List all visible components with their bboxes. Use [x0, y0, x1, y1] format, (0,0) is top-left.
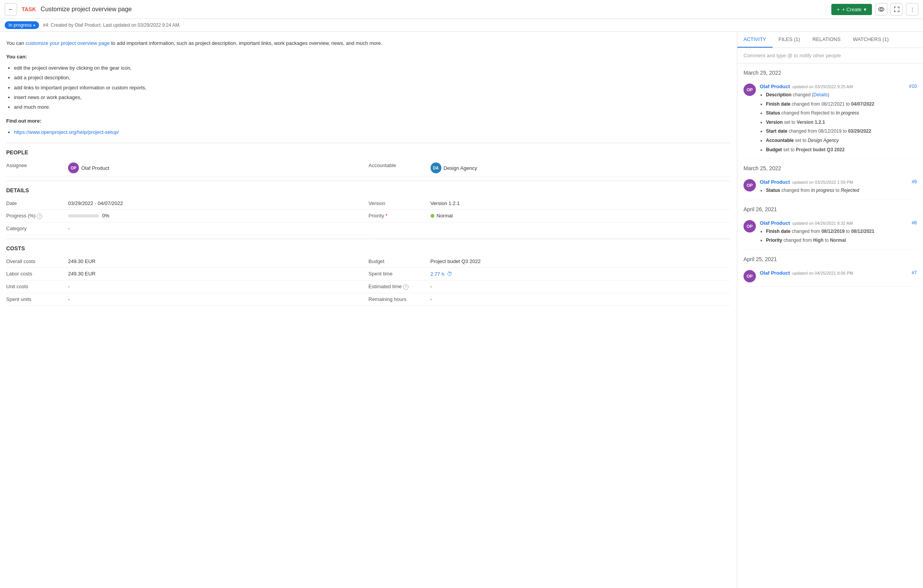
you-can-title: You can: — [6, 54, 731, 60]
remaining-hours-label: Remaining hours — [369, 296, 431, 302]
you-can-list: edit the project overview by clicking on… — [6, 63, 731, 112]
date-value: 03/29/2022 - 04/07/2022 — [68, 200, 123, 206]
labor-costs-value: 249.30 EUR — [68, 271, 96, 277]
activity-content: Olaf Product updated on 03/25/2022 1:59 … — [760, 179, 917, 196]
activity-number[interactable]: #10 — [909, 84, 917, 89]
activity-user[interactable]: Olaf Product — [760, 84, 790, 89]
activity-changes: Finish date changed from 08/12/2019 to 0… — [760, 227, 917, 245]
activity-feed: March 29, 2022 OP Olaf Product updated o… — [737, 63, 923, 588]
progress-info-icon[interactable]: ? — [37, 214, 42, 219]
create-arrow-icon: ▾ — [864, 7, 867, 12]
spent-time-field: Spent time 2.77 h ⏱ — [369, 268, 731, 280]
activity-number[interactable]: #9 — [912, 179, 917, 185]
activity-changes: Status changed from In progress to Rejec… — [760, 186, 917, 195]
activity-header: Olaf Product updated on 04/26/2021 8:32 … — [760, 220, 917, 226]
activity-avatar: OP — [744, 179, 756, 191]
create-button[interactable]: + + Create ▾ — [831, 4, 872, 15]
tab-files[interactable]: FILES (1) — [773, 32, 807, 48]
timer-icon[interactable]: ⏱ — [447, 271, 452, 277]
unit-costs-value: - — [68, 284, 70, 289]
activity-header: Olaf Product updated on 04/25/2021 8:06 … — [760, 270, 917, 276]
assignee-field: Assignee OP Olaf Product — [6, 159, 369, 177]
activity-time: updated on 03/25/2022 1:59 PM — [792, 180, 853, 185]
activity-content: Olaf Product updated on 03/29/2022 9:25 … — [760, 84, 917, 155]
accountable-name: Design Agency — [444, 165, 477, 171]
plus-icon: + — [837, 7, 840, 12]
status-badge[interactable]: In progress ▾ — [5, 21, 39, 29]
activity-user[interactable]: Olaf Product — [760, 270, 790, 276]
category-label: Category — [6, 226, 68, 231]
overview-link[interactable]: customize your project overview page — [26, 40, 110, 46]
date-field: Date 03/29/2022 - 04/07/2022 — [6, 197, 369, 210]
tab-relations[interactable]: RELATIONS — [806, 32, 847, 48]
version-label: Version — [369, 200, 431, 206]
spent-time-value: 2.77 h ⏱ — [431, 271, 452, 277]
activity-time: updated on 04/25/2021 8:06 PM — [792, 271, 853, 275]
tab-watchers[interactable]: WATCHERS (1) — [847, 32, 895, 48]
activity-time: updated on 03/29/2022 9:25 AM — [792, 84, 853, 89]
find-out-section: Find out more: https://www.openproject.o… — [6, 118, 731, 137]
activity-item: OP Olaf Product updated on 04/26/2021 8:… — [744, 216, 917, 250]
task-title: Customize project overview page — [41, 6, 132, 13]
header-actions: + + Create ▾ ⋮ — [831, 3, 918, 15]
accountable-field: Accountable DA Design Agency — [369, 159, 731, 177]
version-field: Version Version 1.2.1 — [369, 197, 731, 210]
list-item: and much more. — [14, 103, 731, 111]
description-intro: You can customize your project overview … — [6, 39, 731, 48]
estimated-time-value: - — [431, 284, 432, 289]
tab-activity[interactable]: ACTIVITY — [737, 32, 773, 48]
priority-label: Priority * — [369, 213, 431, 219]
fullscreen-button[interactable] — [891, 3, 903, 15]
eye-icon — [878, 6, 884, 12]
list-item: edit the project overview by clicking on… — [14, 63, 731, 72]
budget-value: Project budet Q3 2022 — [431, 258, 481, 264]
right-panel: ACTIVITY FILES (1) RELATIONS WATCHERS (1… — [737, 32, 923, 588]
progress-field: Progress (%) ? 0% — [6, 210, 369, 222]
back-button[interactable]: ← — [5, 3, 17, 15]
more-button[interactable]: ⋮ — [906, 3, 918, 15]
activity-number[interactable]: #8 — [912, 220, 917, 226]
activity-header: Olaf Product updated on 03/29/2022 9:25 … — [760, 84, 917, 89]
priority-name: Normal — [437, 213, 453, 219]
spent-units-field: Spent units - — [6, 293, 369, 306]
fullscreen-icon — [894, 7, 899, 12]
costs-grid: Overall costs 249.30 EUR Budget Project … — [6, 255, 731, 306]
priority-field: Priority * Normal — [369, 210, 731, 222]
overall-costs-value: 249.30 EUR — [68, 258, 96, 264]
activity-number[interactable]: #7 — [912, 270, 917, 275]
spent-time-label: Spent time — [369, 271, 431, 277]
estimated-time-info-icon[interactable]: ? — [403, 284, 409, 290]
list-item: insert news or work packages, — [14, 93, 731, 102]
activity-user[interactable]: Olaf Product — [760, 179, 790, 185]
help-link[interactable]: https://www.openproject.org/help/project… — [14, 129, 119, 135]
category-field: Category - — [6, 222, 369, 235]
sub-header: In progress ▾ #4: Created by Olaf Produc… — [0, 19, 923, 32]
accountable-label: Accountable — [369, 162, 431, 168]
svg-point-0 — [880, 8, 882, 10]
unit-costs-label: Unit costs — [6, 284, 68, 289]
unit-costs-field: Unit costs - — [6, 280, 369, 293]
status-arrow-icon: ▾ — [33, 23, 35, 27]
list-item: https://www.openproject.org/help/project… — [14, 128, 731, 137]
activity-changes: Description changed (Details) Finish dat… — [760, 91, 917, 154]
activity-user[interactable]: Olaf Product — [760, 220, 790, 226]
priority-value: Normal — [431, 213, 453, 219]
comment-input[interactable]: Comment and type @ to notify other peopl… — [737, 48, 923, 63]
left-panel: You can customize your project overview … — [0, 32, 737, 588]
activity-time: updated on 04/26/2021 8:32 AM — [792, 221, 853, 226]
priority-dot-icon — [431, 214, 434, 218]
budget-label: Budget — [369, 258, 431, 264]
find-out-title: Find out more: — [6, 118, 731, 124]
spent-time-link[interactable]: 2.77 h — [431, 271, 444, 277]
activity-avatar: OP — [744, 220, 756, 232]
date-separator: March 25, 2022 — [744, 159, 917, 175]
date-separator: March 29, 2022 — [744, 63, 917, 80]
details-link[interactable]: Details — [814, 92, 828, 97]
assignee-label: Assignee — [6, 162, 68, 168]
list-item: add links to important project informati… — [14, 83, 731, 92]
overall-costs-field: Overall costs 249.30 EUR — [6, 255, 369, 268]
preview-button[interactable] — [875, 3, 887, 15]
activity-avatar: OP — [744, 270, 756, 282]
spent-units-value: - — [68, 296, 70, 302]
assignee-value: OP Olaf Product — [68, 162, 109, 173]
